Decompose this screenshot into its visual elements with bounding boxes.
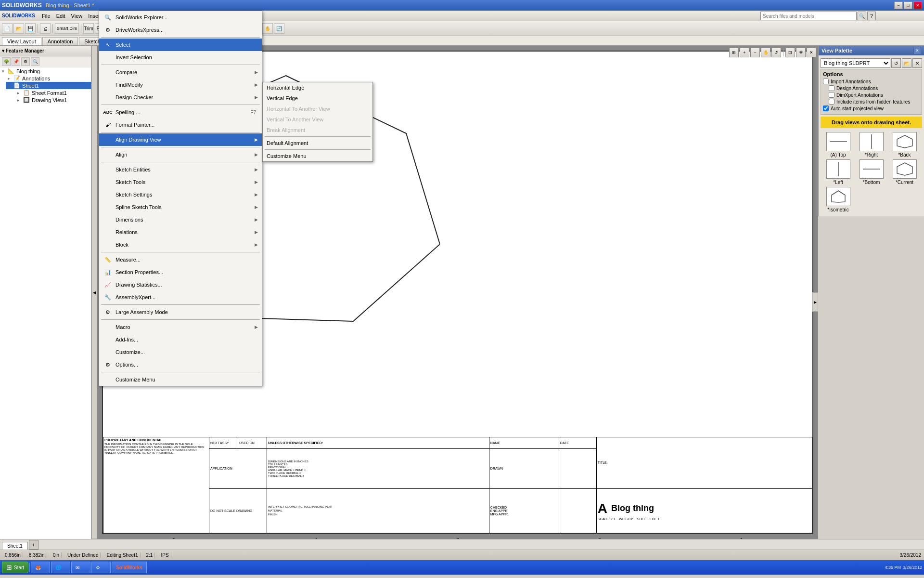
submenu-horiz-edge[interactable]: Horizontal Edge bbox=[263, 82, 372, 93]
ctb-expand[interactable]: ⊡ bbox=[785, 48, 795, 57]
vp-close-btn[interactable]: ✕ bbox=[913, 47, 921, 54]
smart-dim-btn[interactable]: Smart Dim bbox=[55, 23, 79, 34]
view-cell-back[interactable]: *Back bbox=[889, 132, 920, 158]
menu-sketch-entities[interactable]: Sketch Entities ▶ bbox=[99, 163, 262, 176]
menu-align-drawing-view[interactable]: Align Drawing View ▶ bbox=[99, 133, 262, 146]
menu-add-ins[interactable]: Add-Ins... bbox=[99, 333, 262, 346]
vp-x-btn[interactable]: ✕ bbox=[912, 58, 922, 68]
vp-refresh-btn[interactable]: ↺ bbox=[891, 58, 901, 68]
tree-root[interactable]: ▾ 📐 Blog thing bbox=[0, 67, 91, 75]
save-btn[interactable]: 💾 bbox=[25, 23, 36, 34]
chk-design-annotations[interactable] bbox=[829, 85, 834, 91]
view-cell-left[interactable]: *Left bbox=[822, 159, 854, 185]
menu-dimensions[interactable]: Dimensions ▶ bbox=[99, 213, 262, 226]
ctb-pan[interactable]: ✋ bbox=[761, 48, 770, 57]
tab-annotation[interactable]: Annotation bbox=[42, 37, 78, 45]
menu-measure[interactable]: 📏 Measure... bbox=[99, 253, 262, 266]
ft-icon-4[interactable]: 🔍 bbox=[31, 57, 39, 66]
menu-relations[interactable]: Relations ▶ bbox=[99, 226, 262, 238]
ctb-zoom-out[interactable]: − bbox=[750, 48, 760, 57]
pan-btn[interactable]: ✋ bbox=[262, 23, 273, 34]
add-sheet-btn[interactable]: + bbox=[29, 540, 38, 550]
search-input[interactable] bbox=[760, 12, 857, 20]
tab-view-layout[interactable]: View Layout bbox=[2, 37, 41, 45]
taskbar-firefox[interactable]: 🦊 bbox=[31, 562, 50, 573]
menu-sw-explorer[interactable]: 🔍 SolidWorks Explorer... bbox=[99, 11, 262, 24]
tree-item-sheet-format[interactable]: ▸ 📋 Sheet Format1 bbox=[15, 89, 91, 96]
menu-view[interactable]: View bbox=[68, 12, 86, 20]
minimize-btn[interactable]: − bbox=[894, 1, 903, 9]
menu-options[interactable]: ⚙ Options... bbox=[99, 358, 262, 371]
submenu-default-align[interactable]: Default Alignment bbox=[263, 138, 372, 148]
menu-spelling[interactable]: ABC Spelling ... F7 bbox=[99, 106, 262, 118]
open-btn[interactable]: 📂 bbox=[13, 23, 24, 34]
view-cell-bottom[interactable]: *Bottom bbox=[856, 159, 887, 185]
ctb-close[interactable]: ✕ bbox=[807, 48, 816, 57]
ft-icon-1[interactable]: 🌳 bbox=[2, 57, 11, 66]
start-btn[interactable]: ⊞ Start bbox=[2, 562, 28, 573]
menu-file[interactable]: File bbox=[39, 12, 53, 20]
vp-model-dropdown[interactable]: Blog thing SLDPRT bbox=[821, 58, 890, 68]
taskbar-solidworks[interactable]: SolidWorks bbox=[112, 562, 147, 573]
menu-block[interactable]: Block ▶ bbox=[99, 238, 262, 251]
menu-drawing-stats[interactable]: 📈 Drawing Statistics... bbox=[99, 278, 262, 291]
ctb-rotate[interactable]: ↺ bbox=[771, 48, 781, 57]
submenu-sep-2 bbox=[265, 149, 371, 150]
taskbar-mail[interactable]: ✉ bbox=[71, 562, 90, 573]
sheet-tab-sheet1[interactable]: Sheet1 bbox=[2, 542, 28, 550]
compare-icon bbox=[103, 67, 113, 77]
menu-invert-sel[interactable]: Invert Selection bbox=[99, 51, 262, 64]
tree-item-sheet1[interactable]: ▾ 📄 Sheet1 bbox=[6, 82, 91, 89]
search-help-btn[interactable]: ? bbox=[867, 12, 876, 20]
chk-dimxpert[interactable] bbox=[829, 92, 834, 98]
ft-icon-3[interactable]: ⚙ bbox=[21, 57, 30, 66]
view-cell-top[interactable]: (A) Top bbox=[822, 132, 854, 158]
right-panel-collapse[interactable]: ▶ bbox=[812, 292, 818, 312]
chk-include-hidden[interactable] bbox=[829, 99, 834, 105]
menu-select[interactable]: ↖ Select bbox=[99, 39, 262, 51]
menu-design-checker[interactable]: Design Checker ▶ bbox=[99, 91, 262, 104]
menu-format-painter[interactable]: 🖌 Format Painter... bbox=[99, 118, 262, 131]
close-btn[interactable]: ✕ bbox=[913, 1, 922, 9]
maximize-btn[interactable]: □ bbox=[904, 1, 912, 9]
menu-compare[interactable]: Compare ▶ bbox=[99, 66, 262, 79]
chk-auto-start[interactable] bbox=[823, 105, 829, 111]
ctb-zoom-in[interactable]: + bbox=[740, 48, 749, 57]
menu-find-modify[interactable]: Find/Modify ▶ bbox=[99, 79, 262, 91]
trim-btn[interactable]: Trim bbox=[83, 23, 94, 34]
search-button[interactable]: 🔍 bbox=[858, 12, 866, 20]
ft-icon-2[interactable]: 📌 bbox=[12, 57, 20, 66]
taskbar-sw-icon[interactable]: ⚙ bbox=[91, 562, 111, 573]
menu-spline-tools[interactable]: Spline Sketch Tools ▶ bbox=[99, 201, 262, 213]
menu-section-props[interactable]: 📊 Section Properties... bbox=[99, 266, 262, 278]
menu-customize[interactable]: Customize... bbox=[99, 346, 262, 358]
vp-browse-btn[interactable]: 📂 bbox=[902, 58, 911, 68]
chk-import-annotations[interactable] bbox=[823, 79, 829, 84]
taskbar-explorer[interactable]: 🌐 bbox=[51, 562, 70, 573]
menu-edit[interactable]: Edit bbox=[53, 12, 68, 20]
view-cell-right[interactable]: *Right bbox=[856, 132, 887, 158]
menu-driveworks[interactable]: ⚙ DriveWorksXpress... bbox=[99, 24, 262, 36]
menu-macro[interactable]: Macro ▶ bbox=[99, 321, 262, 333]
tree-item-drawingview[interactable]: ▸ 🔲 Drawing View1 bbox=[15, 96, 91, 104]
menu-sep-6 bbox=[101, 162, 260, 162]
menu-sketch-settings[interactable]: Sketch Settings ▶ bbox=[99, 188, 262, 201]
view-cell-current[interactable]: *Current bbox=[889, 159, 920, 185]
left-panel-collapse[interactable]: ◀ bbox=[91, 46, 97, 539]
menu-align[interactable]: Align ▶ bbox=[99, 148, 262, 161]
view-cell-isometric[interactable]: *Isometric bbox=[822, 187, 854, 212]
menu-assembly-xpert[interactable]: 🔧 AssemblyXpert... bbox=[99, 291, 262, 303]
print-btn[interactable]: 🖨 bbox=[40, 23, 51, 34]
submenu-vert-edge[interactable]: Vertical Edge bbox=[263, 93, 372, 104]
menu-sep-8 bbox=[101, 304, 260, 305]
tree-item-annotations[interactable]: ▸ 📝 Annotations bbox=[6, 75, 91, 82]
rotate-btn[interactable]: 🔄 bbox=[274, 23, 284, 34]
menu-customize-menu[interactable]: Customize Menu bbox=[99, 373, 262, 386]
menu-sketch-tools[interactable]: Sketch Tools ▶ bbox=[99, 176, 262, 188]
submenu-customize-menu[interactable]: Customize Menu bbox=[263, 151, 372, 161]
ctb-view[interactable]: 👁 bbox=[796, 48, 806, 57]
new-btn[interactable]: 📄 bbox=[2, 23, 13, 34]
menu-large-assembly[interactable]: ⚙ Large Assembly Mode bbox=[99, 306, 262, 318]
options-section: Options Import Annotations Design Annota… bbox=[821, 69, 922, 115]
ctb-zoom-fit[interactable]: ⊞ bbox=[729, 48, 739, 57]
